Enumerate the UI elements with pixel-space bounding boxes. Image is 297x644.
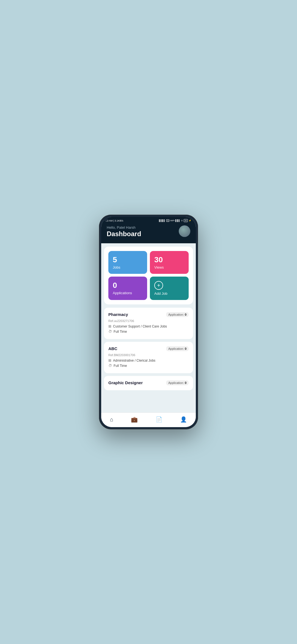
badge-label-2: Application:: [168, 347, 184, 350]
page-title: Dashboard: [107, 230, 141, 238]
job-card-1[interactable]: Pharmacy Application: 0 Ref.uu2203271706…: [104, 308, 193, 339]
signal-icon: ▌▌▌▌: [159, 219, 165, 222]
add-job-label: Add Job: [154, 291, 167, 296]
category-icon-2: ⊞: [108, 358, 111, 362]
job-title-3: Graphic Designer: [108, 380, 143, 385]
document-icon: 📄: [156, 416, 163, 423]
status-bar: 39 AM | 3.1KB/s ▌▌▌▌ Vo WiFi ▌▌▌ ⊙ 90 ⚡: [101, 217, 196, 223]
badge-label-3: Application:: [168, 381, 184, 384]
applications-count: 0: [113, 281, 143, 290]
time-icon-2: ⏱: [108, 364, 112, 368]
job-title-2: ABC: [108, 346, 117, 351]
main-content: 5 Jobs 30 Views 0 Applications + Add Job: [101, 243, 196, 413]
application-badge-2: Application: 0: [166, 346, 189, 351]
category-text-2: Administrative / Clerical Jobs: [113, 359, 155, 362]
applications-label: Applications: [113, 291, 143, 295]
avatar-image: [179, 225, 190, 237]
briefcase-icon: 💼: [131, 416, 138, 423]
applications-stat-card[interactable]: 0 Applications: [108, 277, 147, 300]
badge-label-1: Application:: [168, 313, 184, 316]
time-icon-1: ⏱: [108, 329, 112, 334]
badge-count-2: 0: [185, 347, 186, 350]
job-type-2: ⏱ Full Time: [108, 364, 189, 368]
job-type-1: ⏱ Full Time: [108, 329, 189, 334]
badge-count-1: 0: [185, 313, 186, 316]
job-card-header-1: Pharmacy Application: 0: [108, 312, 189, 317]
header-text: Hello, Patel Harsh Dashboard: [107, 225, 141, 238]
home-icon: ⌂: [110, 416, 113, 423]
job-card-header-2: ABC Application: 0: [108, 346, 189, 351]
badge-count-3: 0: [185, 381, 186, 384]
camera-notch: [104, 217, 108, 221]
status-icons: ▌▌▌▌ Vo WiFi ▌▌▌ ⊙ 90 ⚡: [159, 219, 191, 222]
phone-screen: 39 AM | 3.1KB/s ▌▌▌▌ Vo WiFi ▌▌▌ ⊙ 90 ⚡ …: [101, 217, 196, 427]
application-badge-3: Application: 0: [166, 380, 189, 385]
job-card-header-3: Graphic Designer Application: 0: [108, 380, 189, 385]
category-text-1: Customer Support / Client Care Jobs: [113, 324, 167, 328]
profile-icon: 👤: [180, 416, 187, 423]
category-icon-1: ⊞: [108, 324, 111, 328]
charging-icon: ⚡: [189, 219, 191, 222]
nav-jobs[interactable]: 💼: [127, 415, 142, 424]
wifi-icon: WiFi: [170, 219, 175, 222]
add-icon: +: [154, 281, 163, 290]
battery-icon: 90: [184, 219, 188, 222]
status-time: 39 AM | 3.1KB/s: [106, 219, 123, 222]
signal2-icon: ▌▌▌: [175, 219, 180, 222]
jobs-stat-card[interactable]: 5 Jobs: [108, 251, 147, 274]
job-ref-2: Ref.BM2203001706: [108, 353, 189, 357]
views-count: 30: [154, 255, 184, 264]
job-ref-1: Ref.uu2203271706: [108, 319, 189, 323]
stats-grid: 5 Jobs 30 Views 0 Applications + Add Job: [108, 251, 189, 300]
stats-section: 5 Jobs 30 Views 0 Applications + Add Job: [104, 247, 193, 304]
phone-frame: 39 AM | 3.1KB/s ▌▌▌▌ Vo WiFi ▌▌▌ ⊙ 90 ⚡ …: [99, 215, 198, 429]
nav-home[interactable]: ⌂: [106, 415, 118, 424]
nav-profile[interactable]: 👤: [176, 415, 191, 424]
type-text-2: Full Time: [114, 364, 127, 368]
vo-icon: Vo: [166, 219, 169, 222]
jobs-count: 5: [113, 255, 143, 264]
bottom-nav: ⌂ 💼 📄 👤: [101, 413, 196, 427]
avatar[interactable]: [179, 225, 190, 237]
greeting-text: Hello, Patel Harsh: [107, 225, 141, 230]
type-text-1: Full Time: [114, 330, 127, 334]
header: Hello, Patel Harsh Dashboard: [101, 223, 196, 243]
job-category-1: ⊞ Customer Support / Client Care Jobs: [108, 324, 189, 328]
jobs-label: Jobs: [113, 265, 143, 269]
job-title-1: Pharmacy: [108, 312, 128, 317]
job-category-2: ⊞ Administrative / Clerical Jobs: [108, 358, 189, 362]
views-label: Views: [154, 265, 184, 269]
nav-applications[interactable]: 📄: [151, 415, 167, 424]
add-job-card[interactable]: + Add Job: [150, 277, 189, 300]
job-card-3[interactable]: Graphic Designer Application: 0: [104, 376, 193, 390]
views-stat-card[interactable]: 30 Views: [150, 251, 189, 274]
job-card-2[interactable]: ABC Application: 0 Ref.BM2203001706 ⊞ Ad…: [104, 342, 193, 373]
wifi2-icon: ⊙: [181, 219, 183, 222]
application-badge-1: Application: 0: [166, 312, 189, 317]
